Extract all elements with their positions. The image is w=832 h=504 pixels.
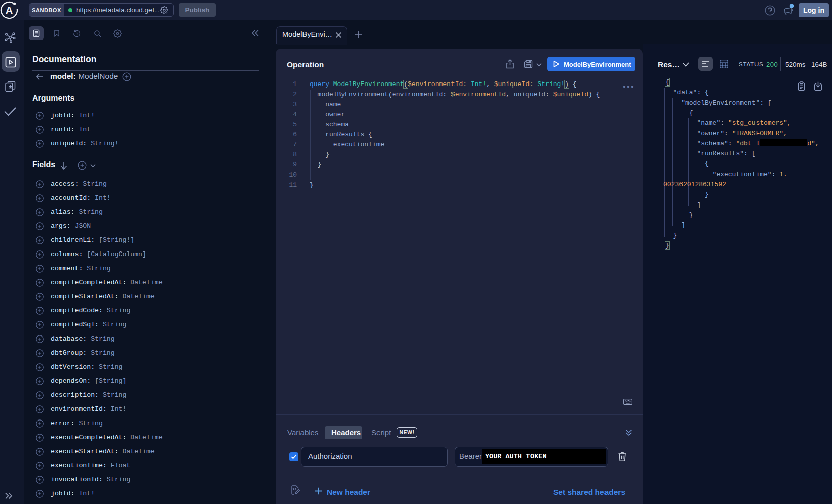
svg-text:A: A [6, 5, 13, 16]
